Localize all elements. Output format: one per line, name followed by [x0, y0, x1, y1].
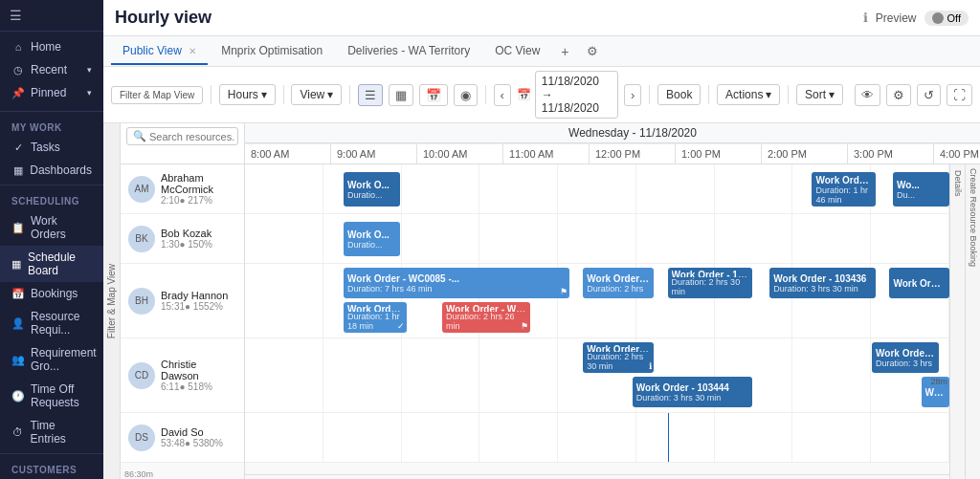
preview-toggle[interactable]: Off — [924, 11, 969, 26]
resource-name: Christie Dawson — [161, 359, 236, 381]
sidebar-item-home[interactable]: ⌂ Home — [0, 35, 103, 58]
list-view-button[interactable]: ☰ — [358, 84, 383, 106]
prev-button[interactable]: ‹ — [494, 84, 511, 106]
globe-view-button[interactable]: ◉ — [454, 84, 478, 106]
hamburger-icon[interactable]: ☰ — [10, 8, 22, 23]
search-container: 🔍 — [121, 123, 245, 163]
refresh-button[interactable]: ↺ — [917, 84, 941, 106]
next-button[interactable]: › — [624, 84, 641, 106]
sidebar-divider — [0, 185, 103, 185]
resource-req-icon: 👤 — [11, 317, 25, 330]
sidebar-item-schedule-board[interactable]: ▦ Schedule Board — [0, 246, 103, 282]
sidebar-item-bookings[interactable]: 📅 Bookings — [0, 282, 103, 305]
expand-button[interactable]: ⛶ — [947, 84, 972, 106]
sort-button[interactable]: Sort ▾ — [796, 84, 843, 105]
avatar: BH — [128, 288, 155, 315]
timeline-row-brady: Work Order - WC0085 -... Duration: 7 hrs… — [245, 264, 949, 338]
resource-info: David So 53:48● 5380% — [161, 426, 223, 448]
util-row-1: 86:30m — [121, 463, 244, 479]
tab-oc-view[interactable]: OC View — [483, 38, 551, 65]
tab-public-view[interactable]: Public View ✕ — [111, 38, 208, 65]
sidebar-item-pinned[interactable]: 📌 Pinned ▾ — [0, 81, 103, 104]
wo-block-103436[interactable]: Work Order - 103436 Duration: 3 hrs 30 m… — [769, 268, 875, 298]
resource-name: David So — [161, 426, 223, 438]
avatar: CD — [128, 362, 155, 389]
search-row: 🔍 Wednesday - 11/18/2020 8:00 AM 9:00 AM… — [121, 123, 980, 164]
time-col-1000: 10:00 AM — [417, 144, 503, 163]
tab-mnprix[interactable]: Mnprix Optimisation — [210, 38, 334, 65]
resource-row-brady: BH Brady Hannon 15:31● 1552% — [121, 264, 244, 338]
util-timeline-row-1 — [245, 463, 949, 479]
grid-view-button[interactable]: ▦ — [389, 84, 413, 106]
wo-block-bh-last[interactable]: Work Order - 103... — [889, 268, 949, 298]
avatar: BK — [128, 226, 155, 252]
wo-block-103401[interactable]: Work Order - 103401 Duration: 2 hrs 30 m… — [668, 268, 752, 298]
topbar: Hourly view ℹ Preview Off — [103, 0, 980, 36]
wo-block-103427[interactable]: Work Order - 103427 Duration: 3 hrs — [872, 342, 939, 373]
sidebar-item-label: Requirement Gro... — [31, 346, 97, 373]
filter-sidebar-label: Filter & Map View — [106, 264, 117, 338]
view-label: View — [300, 88, 324, 101]
wo-block-103451[interactable]: Work Order - 103451 Duration: 1 hr 18 mi… — [344, 302, 407, 333]
time-label-28m: 28m — [930, 377, 947, 386]
search-icon: 🔍 — [133, 130, 146, 142]
wo-block[interactable]: Work O... Duratio... — [344, 172, 400, 207]
sidebar-item-resource-req[interactable]: 👤 Resource Requi... — [0, 305, 103, 341]
booking-sidebar-label: Create Resource Booking — [966, 164, 980, 271]
tab-deliveries-wa[interactable]: Deliveries - WA Territory — [336, 38, 481, 65]
wo-block-wd0071[interactable]: Work Order - WD0071-DEV Duration: 2 hrs … — [442, 302, 530, 333]
eye-button[interactable]: 👁 — [855, 84, 880, 106]
resource-info: Bob Kozak 1:30● 150% — [161, 228, 212, 250]
actions-button[interactable]: Actions ▾ — [717, 84, 780, 105]
flag-icon: ⚑ — [560, 287, 568, 296]
check-icon: ✓ — [397, 321, 405, 331]
wo-block-103797[interactable]: Work Order - 103797 Duration: 2 hrs — [583, 268, 654, 298]
filter-sidebar[interactable]: Filter & Map View — [103, 123, 121, 479]
sidebar-item-tasks[interactable]: ✓ Tasks — [0, 136, 103, 159]
wo-block-103444[interactable]: Work Order - 103444 Duration: 3 hrs 30 m… — [633, 377, 752, 407]
toolbar-divider — [211, 85, 212, 104]
tab-add-button[interactable]: + — [553, 40, 576, 63]
create-resource-booking-sidebar[interactable]: Create Resource Booking — [965, 164, 980, 479]
schedule-main: 🔍 Wednesday - 11/18/2020 8:00 AM 9:00 AM… — [121, 123, 980, 479]
req-group-icon: 👥 — [11, 354, 25, 366]
date-range-display[interactable]: 11/18/2020 → 11/18/2020 — [535, 71, 618, 119]
sidebar-item-time-entries[interactable]: ⏱ Time Entries — [0, 414, 103, 450]
wo-block-103467[interactable]: Work Order - 103467 Duration: 1 hr 46 mi… — [812, 172, 875, 207]
search-box[interactable]: 🔍 — [126, 127, 238, 145]
flag-icon: ⚑ — [521, 321, 528, 331]
hours-label: Hours — [228, 88, 258, 101]
view-button[interactable]: View ▾ — [291, 84, 342, 105]
calendar-view-button[interactable]: 📅 — [419, 84, 448, 106]
hours-button[interactable]: Hours ▾ — [219, 84, 276, 105]
tab-close-icon[interactable]: ✕ — [189, 46, 196, 56]
filter-map-view-toggle[interactable]: Filter & Map View — [111, 86, 203, 104]
search-input[interactable] — [149, 131, 235, 142]
gear-button[interactable]: ⚙ — [886, 84, 911, 106]
toolbar: Filter & Map View Hours ▾ View ▾ ☰ ▦ 📅 ◉… — [103, 67, 980, 123]
wo-block-wc0085[interactable]: Work Order - WC0085 -... Duration: 7 hrs… — [344, 268, 569, 298]
sidebar-item-recent[interactable]: ◷ Recent ▾ — [0, 58, 103, 81]
sidebar-item-work-orders[interactable]: 📋 Work Orders — [0, 209, 103, 246]
sidebar-item-label: Home — [31, 40, 61, 54]
tab-settings-button[interactable]: ⚙ — [579, 40, 606, 62]
sidebar-item-req-group[interactable]: 👥 Requirement Gro... — [0, 341, 103, 378]
sidebar-item-label: Time Off Requests — [31, 382, 92, 409]
resource-row-christie: CD Christie Dawson 6:11● 518% — [121, 338, 244, 413]
wo-block-am-last[interactable]: Wo... Du... — [893, 172, 949, 207]
sidebar-item-label: Work Orders — [31, 214, 92, 241]
work-orders-icon: 📋 — [11, 222, 25, 234]
wo-block-103462[interactable]: Work Order - 103462 Duration: 2 hrs 30 m… — [583, 342, 654, 373]
resource-info: Christie Dawson 6:11● 518% — [161, 359, 236, 392]
sidebar-section-customers: Customers — [0, 457, 103, 478]
sidebar-item-dashboards[interactable]: ▦ Dashboards — [0, 159, 103, 182]
wo-block-bk1[interactable]: Work O... Duratio... — [344, 222, 400, 256]
details-sidebar[interactable]: Details — [949, 164, 965, 479]
sidebar-item-time-off[interactable]: 🕐 Time Off Requests — [0, 378, 103, 414]
chevron-down-icon: ▾ — [829, 88, 835, 101]
page-title: Hourly view — [115, 8, 212, 28]
schedule-body: AM Abraham McCormick 2:10● 217% BK Bob K… — [121, 164, 980, 479]
book-button[interactable]: Book — [657, 84, 701, 105]
sidebar-item-label: Dashboards — [30, 163, 92, 177]
tab-label: OC View — [495, 44, 540, 57]
